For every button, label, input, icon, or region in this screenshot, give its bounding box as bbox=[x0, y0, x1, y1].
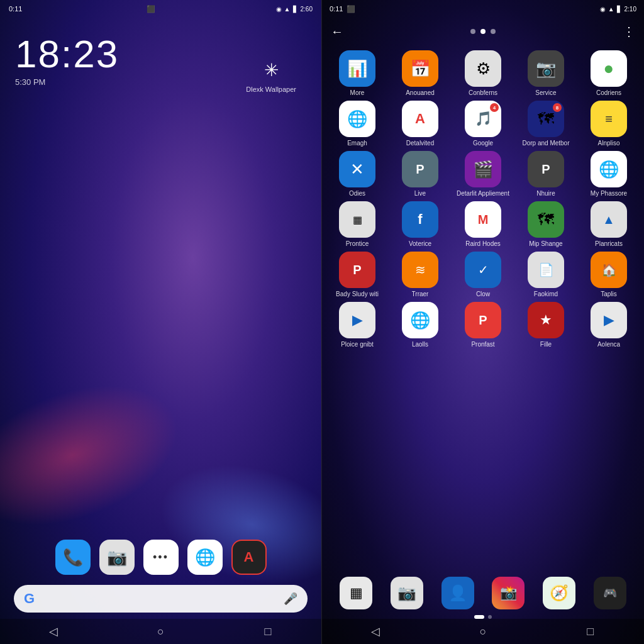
mic-icon[interactable]: 🎤 bbox=[284, 592, 297, 606]
app-icon-detarlit: 🎬 bbox=[465, 151, 501, 187]
left-camera-icon: ⬛ bbox=[147, 5, 155, 13]
app-emagh[interactable]: 🌐 Emagh bbox=[329, 101, 386, 147]
app-icon-pronfast: P bbox=[465, 302, 501, 338]
app-row-5: P Bady Sludy witi ≋ Trraer ✓ Clow 📄 Faok… bbox=[326, 252, 640, 298]
app-bady[interactable]: P Bady Sludy witi bbox=[329, 252, 386, 298]
app-codriens[interactable]: ● Codriens bbox=[580, 50, 637, 97]
app-grid: 📊 More 📅 Anouaned ⚙ Conbferns 📷 Service … bbox=[322, 45, 644, 543]
nav-home-button[interactable]: ○ bbox=[149, 620, 172, 643]
gear-icon: ✳ bbox=[246, 60, 296, 80]
app-sym-g: 🎵 bbox=[475, 111, 492, 127]
clock-period: 5:30 PM bbox=[15, 77, 119, 87]
app-label-anouaned: Anouaned bbox=[406, 89, 435, 97]
app-sym-ta: 🏠 bbox=[601, 262, 617, 277]
dock-angular[interactable]: A bbox=[231, 540, 267, 575]
app-symbol-s: 📷 bbox=[536, 59, 556, 79]
app-sym-li: P bbox=[416, 162, 424, 177]
app-nhuire[interactable]: P Nhuire bbox=[518, 151, 574, 197]
app-service[interactable]: 📷 Service bbox=[518, 50, 574, 97]
app-conbferns[interactable]: ⚙ Conbferns bbox=[455, 50, 511, 97]
right-nav-home[interactable]: ○ bbox=[472, 620, 494, 643]
app-sym-cl: ✓ bbox=[478, 262, 489, 277]
app-raird[interactable]: M Raird Hodes bbox=[455, 201, 511, 248]
app-sym-od: ✕ bbox=[350, 160, 364, 179]
app-anouaned[interactable]: 📅 Anouaned bbox=[392, 50, 448, 97]
overflow-menu-button[interactable]: ⋮ bbox=[623, 24, 635, 39]
app-icon-live: P bbox=[402, 151, 438, 187]
app-sym-fa: 📄 bbox=[538, 262, 554, 277]
right-status-time: 0:11 bbox=[330, 5, 343, 13]
app-label-alnpliso: Alnpliso bbox=[597, 140, 619, 147]
header-dots bbox=[343, 29, 623, 34]
app-detarlit[interactable]: 🎬 Detarlit Appliement bbox=[455, 151, 511, 197]
app-clow[interactable]: ✓ Clow bbox=[455, 252, 511, 298]
right-nav-recent[interactable]: □ bbox=[579, 620, 602, 643]
app-label-service: Service bbox=[535, 89, 556, 97]
app-label-google: Google bbox=[473, 140, 493, 147]
app-label-pronfast: Pronfast bbox=[471, 341, 494, 348]
app-detalvited[interactable]: A Detalvited bbox=[392, 101, 448, 147]
app-sym-tr: ≋ bbox=[415, 262, 426, 277]
app-alnpliso[interactable]: ≡ Alnpliso bbox=[580, 101, 637, 147]
right-dock-maps[interactable]: 🧭 bbox=[543, 577, 575, 609]
app-icon-google: 🎵 4 bbox=[465, 101, 501, 137]
app-label-faokimd: Faokimd bbox=[534, 291, 558, 298]
app-trraer[interactable]: ≋ Trraer bbox=[392, 252, 448, 298]
angular-icon: A bbox=[244, 549, 254, 565]
app-label-clow: Clow bbox=[476, 291, 490, 298]
contacts-icon: 👤 bbox=[448, 584, 467, 602]
app-planricats[interactable]: ▲ Planricats bbox=[580, 201, 637, 248]
apps-icon: ••• bbox=[153, 551, 169, 564]
nav-back-button[interactable]: ◁ bbox=[42, 620, 65, 643]
app-icon-prontice: ▦ bbox=[339, 201, 375, 238]
app-more[interactable]: 📊 More bbox=[329, 50, 386, 97]
app-row-4: ▦ Prontice f Voterice M Raird Hodes 🗺 Mi… bbox=[326, 201, 640, 248]
app-icon-emagh: 🌐 bbox=[339, 101, 375, 137]
phone-icon: 📞 bbox=[63, 548, 83, 567]
wallpaper-name: Dlexk Wallpaper bbox=[246, 86, 296, 93]
app-sym-nh: P bbox=[541, 162, 550, 177]
dock-phone[interactable]: 📞 bbox=[55, 540, 91, 575]
app-label-aolenca: Aolenca bbox=[597, 341, 620, 348]
right-dock-instagram[interactable]: 📸 bbox=[492, 577, 525, 609]
app-fille[interactable]: ★ Fille bbox=[518, 302, 574, 348]
right-signal: ◉ bbox=[600, 6, 606, 13]
app-google[interactable]: 🎵 4 Google bbox=[455, 101, 511, 147]
left-phone: 0:11 ⬛ ◉ ▲ ▋ 2:60 18:23 5:30 PM ✳ Dlexk … bbox=[0, 0, 322, 644]
dock-chrome[interactable]: 🌐 bbox=[187, 540, 223, 575]
right-dock-game[interactable]: 🎮 bbox=[594, 577, 626, 609]
app-aolenca[interactable]: ▶ Aolenca bbox=[580, 302, 637, 348]
app-label-emagh: Emagh bbox=[347, 140, 367, 147]
app-sym-ra: M bbox=[478, 213, 489, 227]
app-mypha[interactable]: 🌐 My Phassore bbox=[580, 151, 637, 197]
app-pronfast[interactable]: P Pronfast bbox=[455, 302, 511, 348]
clock-hours: 18 bbox=[15, 32, 61, 75]
right-nav-back[interactable]: ◁ bbox=[364, 620, 387, 643]
app-prontice[interactable]: ▦ Prontice bbox=[329, 201, 386, 248]
right-dock-contacts[interactable]: 👤 bbox=[441, 577, 474, 609]
app-icon-mypha: 🌐 bbox=[591, 151, 627, 187]
right-dock-gallery[interactable]: ▦ bbox=[340, 577, 372, 609]
right-dock-camera[interactable]: 📷 bbox=[391, 577, 423, 609]
right-wifi: ▲ bbox=[608, 6, 614, 13]
app-label-mip: Mip Shange bbox=[529, 240, 562, 248]
app-icon-clow: ✓ bbox=[465, 252, 501, 288]
app-mip[interactable]: 🗺 Mip Shange bbox=[518, 201, 574, 248]
app-dorp[interactable]: 8 🗺 Dorp and Metbor bbox=[518, 101, 574, 147]
app-sym-mp: 🌐 bbox=[599, 160, 619, 179]
search-bar[interactable]: G 🎤 bbox=[14, 585, 308, 613]
back-button[interactable]: ← bbox=[331, 25, 343, 39]
app-laolls[interactable]: 🌐 Laolls bbox=[392, 302, 448, 348]
app-odies[interactable]: ✕ Odies bbox=[329, 151, 386, 197]
nav-recent-button[interactable]: □ bbox=[257, 620, 279, 643]
app-voterice[interactable]: f Voterice bbox=[392, 201, 448, 248]
app-taplis[interactable]: 🏠 Taplis bbox=[580, 252, 637, 298]
app-icon-faokimd: 📄 bbox=[528, 252, 564, 288]
app-ploice[interactable]: ▶ Ploice gnibt bbox=[329, 302, 386, 348]
dock-camera[interactable]: 📷 bbox=[99, 540, 135, 575]
app-faokimd[interactable]: 📄 Faokimd bbox=[518, 252, 574, 298]
dock-apps[interactable]: ••• bbox=[143, 540, 179, 575]
app-sym-a: ≡ bbox=[605, 112, 613, 126]
app-live[interactable]: P Live bbox=[392, 151, 448, 197]
app-symbol-co: ● bbox=[604, 58, 614, 79]
